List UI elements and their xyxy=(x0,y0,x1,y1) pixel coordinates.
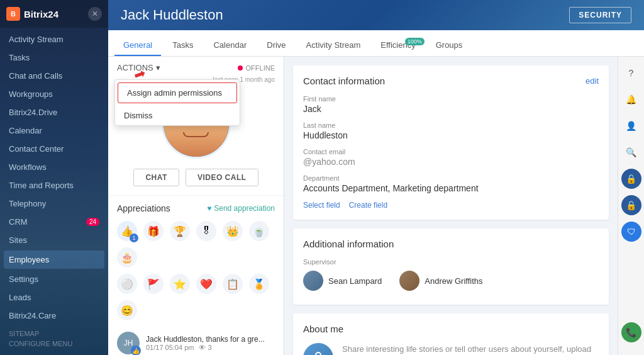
crm-badge: 24 xyxy=(86,218,99,226)
sidebar-item-workgroups[interactable]: Workgroups xyxy=(0,85,108,103)
close-icon: ✕ xyxy=(92,9,98,18)
sidebar-item-label: CRM xyxy=(9,217,28,227)
shield-button[interactable]: 🛡 xyxy=(621,222,641,242)
profile-button[interactable]: 👤 xyxy=(621,116,641,136)
sidebar-item-label: Calendar xyxy=(9,126,42,135)
sidebar-item-leads[interactable]: Leads xyxy=(0,288,108,307)
sidebar-item-crm[interactable]: CRM 24 xyxy=(0,213,108,231)
emoji-tea[interactable]: 🍵 xyxy=(249,221,269,241)
emoji-medal[interactable]: 🎖 xyxy=(196,221,216,241)
emoji-thumbsup[interactable]: 👍 1 xyxy=(117,221,137,241)
security-button[interactable]: SECURITY xyxy=(569,7,631,23)
dismiss-label: Dismiss xyxy=(124,111,153,120)
department-label: Department xyxy=(303,174,599,182)
topbar: Jack Huddleston SECURITY xyxy=(108,0,644,30)
user-icon: 👤 xyxy=(626,121,636,131)
sidebar-footer: SITEMAP CONFIGURE MENU xyxy=(0,325,108,355)
sidebar-item-label: Bitrix24.Care xyxy=(9,311,56,320)
sidebar-item-calendar[interactable]: Calendar xyxy=(0,121,108,140)
sidebar-item-workflows[interactable]: Workflows xyxy=(0,158,108,176)
assign-admin-item[interactable]: Assign admin permissions xyxy=(118,82,237,103)
sidebar-item-sites[interactable]: Sites xyxy=(0,231,108,249)
sidebar-logo-text: Bitrix24 xyxy=(24,9,58,20)
shield-icon: 🛡 xyxy=(627,227,636,237)
contact-info-title: Contact information xyxy=(303,76,385,86)
emoji-star[interactable]: ⭐ xyxy=(170,274,190,294)
sidebar-item-label: Employees xyxy=(9,255,49,264)
emoji-heart[interactable]: ❤️ xyxy=(196,274,216,294)
chat-button[interactable]: CHAT xyxy=(133,169,179,186)
sidebar-item-label: Telephony xyxy=(9,199,46,208)
tab-drive[interactable]: Drive xyxy=(258,35,294,56)
emoji-trophy[interactable]: 🏆 xyxy=(170,221,190,241)
create-field-link[interactable]: Create field xyxy=(349,201,387,210)
select-field-link[interactable]: Select field xyxy=(303,201,340,210)
supervisor-andrew: Andrew Griffiths xyxy=(399,271,482,291)
appreciations-header: Appreciations ♥ Send appreciation xyxy=(117,203,275,213)
sidebar-item-label: Settings xyxy=(9,274,38,284)
emoji-sports-medal[interactable]: 🏅 xyxy=(249,274,269,294)
right-panel: Contact information edit First name Jack… xyxy=(284,57,618,355)
sidebar-item-label: Leads xyxy=(9,293,31,302)
call-button[interactable]: 📞 xyxy=(621,322,641,342)
tab-tasks[interactable]: Tasks xyxy=(164,35,202,56)
tab-groups[interactable]: Groups xyxy=(427,35,472,56)
sidebar-item-label: Workgroups xyxy=(9,89,53,99)
tab-efficiency[interactable]: 100% Efficiency xyxy=(372,35,424,56)
last-name-value: Huddleston xyxy=(303,130,599,140)
last-name-label: Last name xyxy=(303,121,599,129)
about-me-header: About me xyxy=(303,324,599,334)
lock1-button[interactable]: 🔒 xyxy=(621,169,641,189)
sidebar-item-telephony[interactable]: Telephony xyxy=(0,194,108,213)
additional-info-title: Additional information xyxy=(303,239,394,249)
emoji-row-1: 👍 1 🎁 🏆 🎖 👑 🍵 🎂 xyxy=(117,221,275,268)
lock2-button[interactable]: 🔒 xyxy=(621,195,641,215)
bell-icon: 🔔 xyxy=(626,94,636,104)
sidebar: B Bitrix24 ✕ Activity Stream Tasks Chat … xyxy=(0,0,108,355)
email-value: @yahoo.com xyxy=(303,157,599,167)
appreciations-section: Appreciations ♥ Send appreciation 👍 1 🎁 … xyxy=(108,195,284,355)
contact-info-card: Contact information edit First name Jack… xyxy=(293,65,609,220)
sidebar-item-label: Chat and Calls xyxy=(9,71,62,81)
sidebar-item-settings[interactable]: Settings xyxy=(0,270,108,288)
sidebar-item-bitrix24care[interactable]: Bitrix24.Care xyxy=(0,307,108,325)
sitemap-link[interactable]: SITEMAP xyxy=(9,330,99,337)
emoji-clipboard[interactable]: 📋 xyxy=(223,274,243,294)
sidebar-close-button[interactable]: ✕ xyxy=(88,7,102,21)
emoji-gift[interactable]: 🎁 xyxy=(143,221,164,241)
sidebar-item-chat-calls[interactable]: Chat and Calls xyxy=(0,67,108,85)
tab-activity-stream[interactable]: Activity Stream xyxy=(297,35,370,56)
profile-header: ACTIONS ▾ OFFLINE ➡ Assign admin permiss… xyxy=(108,57,284,76)
help-button[interactable]: ? xyxy=(621,63,641,83)
last-name-field: Last name Huddleston xyxy=(303,121,599,140)
email-label: Contact email xyxy=(303,148,599,155)
department-field: Department Accounts Department, Marketin… xyxy=(303,174,599,193)
edit-link[interactable]: edit xyxy=(586,76,599,86)
sidebar-item-contact-center[interactable]: Contact Center xyxy=(0,140,108,158)
video-call-button[interactable]: VIDEO CALL xyxy=(186,169,258,186)
emoji-smile[interactable]: 😊 xyxy=(117,300,137,320)
sidebar-item-time-reports[interactable]: Time and Reports xyxy=(0,176,108,194)
emoji-cake[interactable]: 🎂 xyxy=(117,247,137,268)
main-content: Jack Huddleston SECURITY General Tasks C… xyxy=(108,0,644,355)
assign-admin-label: Assign admin permissions xyxy=(127,88,222,98)
send-appreciation-button[interactable]: ♥ Send appreciation xyxy=(207,204,275,213)
additional-info-card: Additional information Supervisor Sean L… xyxy=(293,228,609,305)
emoji-crown[interactable]: 👑 xyxy=(223,221,243,241)
tab-calendar[interactable]: Calendar xyxy=(204,35,255,56)
emoji-circle[interactable]: ⚪ xyxy=(117,274,137,294)
notification-button[interactable]: 🔔 xyxy=(621,89,641,110)
sidebar-item-bitrix24drive[interactable]: Bitrix24.Drive xyxy=(0,103,108,121)
tab-general[interactable]: General xyxy=(114,35,161,56)
sidebar-item-tasks[interactable]: Tasks xyxy=(0,48,108,67)
supervisor-name-andrew: Andrew Griffiths xyxy=(425,276,482,286)
sidebar-item-employees[interactable]: Employees xyxy=(4,251,104,269)
emoji-flag[interactable]: 🚩 xyxy=(143,274,164,294)
chevron-down-icon: ▾ xyxy=(156,63,160,72)
appreciations-title: Appreciations xyxy=(117,203,170,213)
search-button[interactable]: 🔍 xyxy=(621,142,641,162)
configure-menu-link[interactable]: CONFIGURE MENU xyxy=(9,340,99,347)
dismiss-item[interactable]: Dismiss xyxy=(115,106,240,125)
sidebar-item-activity-stream[interactable]: Activity Stream xyxy=(0,30,108,48)
about-me-icon xyxy=(303,343,333,355)
